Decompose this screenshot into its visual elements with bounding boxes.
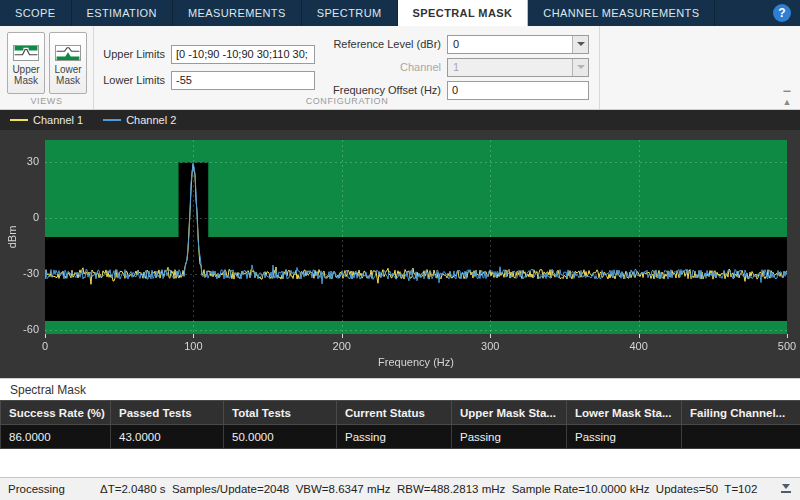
column-header-failing-channels[interactable]: Failing Channel... [682,401,800,425]
views-section-label: VIEWS [0,96,93,106]
legend-item-channel-1[interactable]: Channel 1 [10,114,83,126]
help-button[interactable]: ? [773,4,791,22]
upper-mask-button-label: Upper Mask [12,64,39,86]
chevron-up-icon: ▔▲ [783,91,792,107]
lower-limits-label: Lower Limits [95,74,171,86]
reference-level-value: 0 [448,38,572,50]
status-stats: ΔT=2.0480 s Samples/Update=2048 VBW=8.63… [100,483,757,495]
collapse-ribbon-button[interactable]: ▔▲ [780,93,794,105]
channel-combobox: 1 [447,58,589,77]
tab-scope[interactable]: SCOPE [0,0,72,26]
reference-level-combobox[interactable]: 0 [447,35,589,54]
column-header-success-rate[interactable]: Success Rate (%) [1,401,111,425]
table-cell-upper-mask-status[interactable]: Passing [452,425,567,449]
table-cell-current-status[interactable]: Passing [337,425,452,449]
legend-item-channel-2[interactable]: Channel 2 [103,114,176,126]
channel-label: Channel [323,61,447,73]
lower-mask-toggle-button[interactable]: Lower Mask [49,32,87,94]
chevron-down-icon [572,59,588,76]
configuration-section-label: CONFIGURATION [95,96,599,106]
column-header-upper-mask-status[interactable]: Upper Mask Sta... [452,401,567,425]
upper-mask-toggle-button[interactable]: Upper Mask [7,32,45,94]
spectrum-analyzer-window: SCOPE ESTIMATION MEASUREMENTS SPECTRUM S… [0,0,800,500]
column-header-total-tests[interactable]: Total Tests [224,401,337,425]
tab-channel-measurements[interactable]: CHANNEL MEASUREMENTS [528,0,715,26]
table-cell-success-rate[interactable]: 86.0000 [1,425,111,449]
toolstrip-ribbon: Upper Mask Lower Mask VIEWS Upper Limits… [0,26,800,110]
configuration-section: Upper Limits Lower Limits Reference Leve… [95,26,600,109]
lower-mask-icon [55,45,81,61]
upper-limits-input[interactable] [171,45,315,64]
table-header-row: Success Rate (%) Passed Tests Total Test… [1,401,800,425]
column-header-lower-mask-status[interactable]: Lower Mask Sta... [567,401,682,425]
tab-spectral-mask[interactable]: SPECTRAL MASK [398,0,529,26]
channel-2-line-swatch [103,119,121,121]
table-cell-lower-mask-status[interactable]: Passing [567,425,682,449]
legend-label: Channel 2 [126,114,176,126]
lower-limits-input[interactable] [171,71,315,90]
table-row[interactable]: 86.0000 43.0000 50.0000 Passing Passing … [1,425,800,449]
lower-mask-button-label: Lower Mask [54,64,81,86]
table-cell-failing-channels[interactable] [682,425,800,449]
column-header-passed-tests[interactable]: Passed Tests [111,401,224,425]
views-section: Upper Mask Lower Mask VIEWS [0,26,94,109]
channel-1-line-swatch [10,119,28,121]
status-processing: Processing [8,483,100,495]
channel-value: 1 [448,61,572,73]
toolstrip-tabbar: SCOPE ESTIMATION MEASUREMENTS SPECTRUM S… [0,0,800,26]
spectral-mask-results-table: Success Rate (%) Passed Tests Total Test… [0,400,800,449]
tab-spectrum[interactable]: SPECTRUM [302,0,398,26]
column-header-current-status[interactable]: Current Status [337,401,452,425]
tab-measurements[interactable]: MEASUREMENTS [173,0,302,26]
table-cell-total-tests[interactable]: 50.0000 [224,425,337,449]
upper-limits-label: Upper Limits [95,48,171,60]
panel-filler [0,449,800,477]
legend-label: Channel 1 [33,114,83,126]
tab-estimation[interactable]: ESTIMATION [72,0,173,26]
reference-level-label: Reference Level (dBr) [323,38,447,50]
spectral-mask-panel-title: Spectral Mask [0,378,800,400]
table-cell-passed-tests[interactable]: 43.0000 [111,425,224,449]
channel-legend: Channel 1 Channel 2 [0,110,800,130]
chevron-down-icon[interactable] [572,36,588,53]
question-icon: ? [778,6,785,20]
frequency-offset-label: Frequency Offset (Hz) [323,84,447,96]
spectrum-canvas[interactable] [0,130,800,378]
upper-mask-icon [13,45,39,61]
dock-icon[interactable] [780,483,792,494]
status-bar: Processing ΔT=2.0480 s Samples/Update=20… [0,477,800,500]
